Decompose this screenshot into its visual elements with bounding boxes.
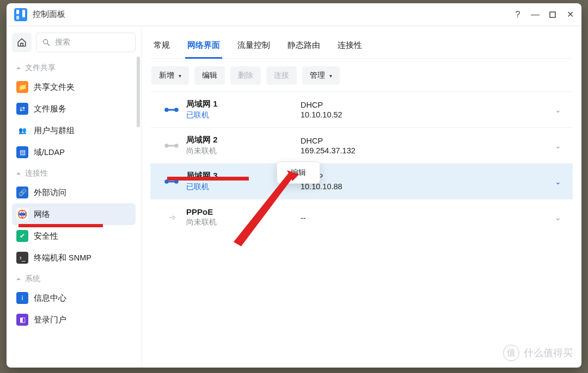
- square-icon: [549, 11, 556, 18]
- chevron-down-icon: ▾: [179, 73, 181, 79]
- interface-row[interactable]: 局域网 3 已联机 DHCP 10.10.10.88 ⌄: [150, 163, 573, 199]
- svg-rect-0: [16, 10, 19, 14]
- toolbar: 新增▾ 编辑 删除 连接 管理▾: [150, 59, 573, 91]
- delete-button[interactable]: 删除: [230, 66, 261, 85]
- interface-status: 尚未联机: [186, 217, 301, 227]
- titlebar: 控制面板 ? — ✕: [7, 3, 581, 26]
- content-area: 常规 网络界面 流量控制 静态路由 连接性 新增▾ 编辑 删除 连接 管理▾: [142, 26, 581, 368]
- window-title: 控制面板: [33, 9, 65, 20]
- maximize-button[interactable]: [546, 8, 560, 22]
- sidebar-item-users-groups[interactable]: 👥 用户与群组: [12, 120, 136, 141]
- sidebar-item-domain-ldap[interactable]: ▤ 域/LDAP: [12, 141, 136, 163]
- svg-rect-2: [16, 16, 19, 20]
- interface-proto: DHCP: [301, 101, 550, 109]
- interface-name: PPPoE: [186, 207, 301, 216]
- close-button[interactable]: ✕: [563, 8, 577, 22]
- sidebar-item-security[interactable]: ✔ 安全性: [12, 225, 136, 247]
- interface-status: 尚未联机: [186, 146, 301, 156]
- group-header-system[interactable]: 系统: [12, 269, 136, 287]
- svg-rect-7: [19, 213, 26, 216]
- chevron-up-icon: [15, 170, 22, 177]
- sidebar-item-external-access[interactable]: 🔗 外部访问: [12, 182, 136, 203]
- add-button[interactable]: 新增▾: [151, 66, 189, 85]
- scrollbar-thumb[interactable]: [137, 57, 140, 127]
- book-icon: ▤: [16, 146, 28, 158]
- sidebar-item-info-center[interactable]: i 信息中心: [12, 287, 136, 309]
- help-button[interactable]: ?: [511, 8, 525, 22]
- expand-icon[interactable]: ⌄: [550, 177, 566, 186]
- interface-row[interactable]: ··› PPPoE 尚未联机 -- ⌄: [150, 199, 573, 235]
- home-button[interactable]: [12, 33, 32, 52]
- terminal-icon: ›_: [16, 252, 28, 264]
- sidebar-item-terminal-snmp[interactable]: ›_ 终端机和 SNMP: [12, 247, 136, 269]
- interface-name: 局域网 2: [186, 135, 301, 145]
- search-input[interactable]: 搜索: [36, 33, 136, 52]
- interface-proto: DHCP: [301, 172, 550, 181]
- interface-row[interactable]: 局域网 1 已联机 DHCP 10.10.10.52 ⌄: [150, 91, 573, 127]
- sliders-icon: [14, 8, 27, 21]
- svg-point-10: [174, 108, 179, 112]
- tab-general[interactable]: 常规: [151, 35, 172, 58]
- tab-network-interface[interactable]: 网络界面: [185, 35, 222, 58]
- globe-icon: [16, 208, 28, 220]
- interface-list: 局域网 1 已联机 DHCP 10.10.10.52 ⌄ 局域网 2: [150, 91, 573, 368]
- interface-address: 10.10.10.52: [301, 110, 550, 119]
- expand-icon[interactable]: ⌄: [550, 141, 566, 150]
- context-edit-popup[interactable]: 编辑: [277, 161, 320, 184]
- svg-rect-12: [167, 145, 176, 146]
- svg-rect-9: [167, 109, 176, 110]
- interface-address: 10.10.10.88: [301, 182, 550, 191]
- svg-point-13: [174, 144, 179, 148]
- chevron-up-icon: [15, 65, 22, 71]
- sidebar-item-login-portal[interactable]: ◧ 登录门户: [12, 309, 136, 331]
- chevron-down-icon: ▾: [329, 73, 332, 79]
- link-icon: 🔗: [16, 186, 28, 198]
- connect-button[interactable]: 连接: [266, 66, 297, 85]
- svg-rect-15: [167, 181, 176, 182]
- search-icon: [42, 38, 51, 47]
- shield-icon: ✔: [16, 230, 28, 242]
- info-icon: i: [16, 292, 28, 304]
- interface-address: --: [301, 214, 550, 222]
- sidebar-item-network[interactable]: 网络: [12, 203, 136, 225]
- users-icon: 👥: [16, 125, 28, 136]
- manage-button[interactable]: 管理▾: [302, 66, 340, 85]
- svg-rect-1: [22, 10, 25, 17]
- tab-static-route[interactable]: 静态路由: [285, 35, 322, 58]
- search-placeholder: 搜索: [55, 38, 70, 47]
- pppoe-icon: ··›: [157, 212, 186, 223]
- network-port-icon: [157, 142, 186, 150]
- sidebar: 搜索 文件共享 📁 共享文件夹 ⇄ 文件服务 👥 用户与群组: [7, 26, 142, 368]
- sidebar-item-shared-folder[interactable]: 📁 共享文件夹: [12, 76, 136, 98]
- expand-icon[interactable]: ⌄: [550, 105, 566, 114]
- svg-point-4: [44, 40, 48, 44]
- network-port-icon: [157, 106, 186, 114]
- home-icon: [17, 38, 27, 47]
- portal-icon: ◧: [16, 314, 28, 326]
- sidebar-item-file-services[interactable]: ⇄ 文件服务: [12, 98, 136, 120]
- transfer-icon: ⇄: [16, 103, 28, 115]
- tab-connectivity[interactable]: 连接性: [335, 35, 364, 58]
- interface-name: 局域网 1: [186, 99, 301, 109]
- minimize-button[interactable]: —: [528, 8, 542, 22]
- interface-status: 已联机: [186, 110, 301, 120]
- interface-address: 169.254.37.132: [301, 146, 550, 155]
- expand-icon[interactable]: ⌄: [550, 213, 566, 222]
- edit-button[interactable]: 编辑: [194, 66, 225, 85]
- group-header-share[interactable]: 文件共享: [12, 58, 136, 76]
- svg-line-5: [47, 43, 50, 46]
- folder-icon: 📁: [16, 81, 28, 93]
- tabs: 常规 网络界面 流量控制 静态路由 连接性: [150, 33, 573, 59]
- interface-proto: DHCP: [301, 136, 550, 145]
- tab-traffic-control[interactable]: 流量控制: [235, 35, 272, 58]
- chevron-up-icon: [15, 276, 22, 282]
- group-header-connectivity[interactable]: 连接性: [12, 163, 136, 182]
- svg-rect-3: [550, 12, 555, 17]
- interface-row[interactable]: 局域网 2 尚未联机 DHCP 169.254.37.132 ⌄: [150, 127, 573, 163]
- app-icon: [14, 8, 27, 21]
- annotation-underline: [167, 177, 249, 181]
